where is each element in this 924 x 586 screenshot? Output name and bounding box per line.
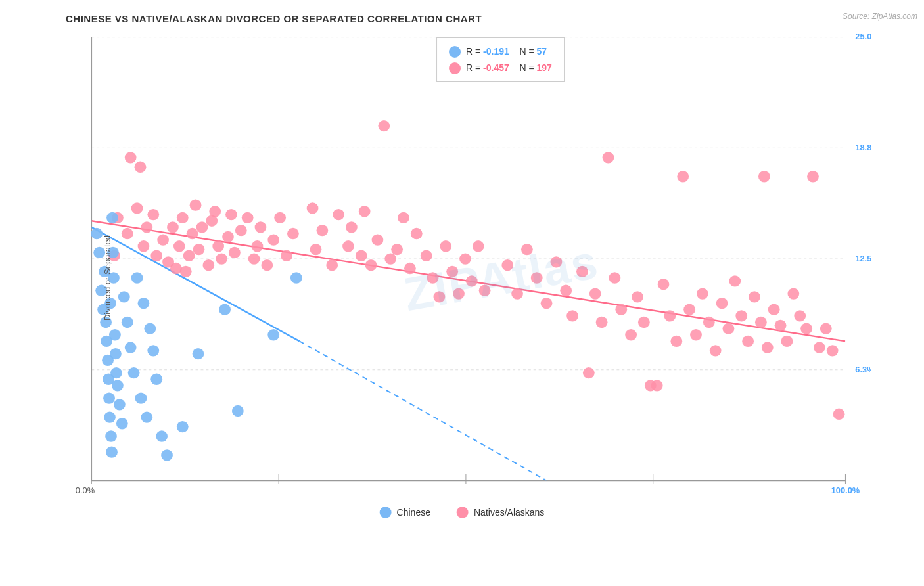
- svg-point-64: [333, 209, 344, 220]
- svg-point-39: [190, 199, 202, 210]
- svg-point-131: [794, 310, 806, 321]
- svg-point-122: [742, 336, 754, 347]
- svg-text:12.5%: 12.5%: [855, 254, 871, 263]
- svg-point-113: [683, 304, 695, 315]
- svg-point-147: [103, 393, 115, 404]
- svg-point-23: [122, 228, 133, 239]
- svg-point-179: [290, 272, 302, 283]
- legend-item-chinese: Chinese: [380, 507, 430, 518]
- svg-point-165: [131, 272, 143, 283]
- svg-point-94: [550, 256, 562, 267]
- svg-point-86: [479, 285, 491, 296]
- svg-point-115: [697, 288, 708, 299]
- svg-point-156: [110, 348, 122, 359]
- svg-point-166: [135, 393, 147, 404]
- svg-point-112: [677, 171, 689, 182]
- y-axis-label: Divorced or Separated: [103, 235, 112, 321]
- svg-point-76: [411, 228, 423, 239]
- legend-box: R = -0.191 N = 57 R = -0.457 N = 197: [436, 37, 565, 82]
- legend-swatch-chinese-bottom: [380, 507, 392, 518]
- scatter-plot: 25.0% 18.8% 12.5% 6.3% 0.0% 100.0%: [53, 31, 871, 525]
- svg-point-54: [255, 221, 267, 233]
- svg-point-70: [372, 234, 384, 245]
- svg-point-159: [114, 399, 126, 410]
- svg-point-73: [391, 244, 403, 255]
- svg-point-98: [583, 367, 595, 378]
- legend-n-value-pink: 197: [536, 62, 551, 73]
- svg-point-129: [781, 336, 793, 347]
- svg-point-49: [229, 247, 241, 258]
- chart-area: Divorced or Separated R = -0.191 N = 57 …: [53, 31, 871, 525]
- svg-point-106: [638, 317, 650, 328]
- svg-point-105: [632, 291, 643, 302]
- svg-point-78: [427, 272, 439, 283]
- legend-row-pink: R = -0.457 N = 197: [449, 60, 552, 76]
- svg-point-74: [398, 212, 409, 223]
- svg-point-85: [473, 240, 484, 252]
- svg-point-177: [232, 405, 244, 417]
- svg-point-180: [110, 481, 122, 492]
- svg-point-28: [147, 209, 159, 220]
- svg-point-87: [125, 152, 137, 163]
- svg-point-65: [342, 240, 354, 252]
- svg-point-168: [141, 411, 152, 422]
- svg-point-29: [150, 250, 162, 261]
- svg-point-41: [196, 221, 208, 233]
- svg-point-157: [110, 367, 122, 378]
- svg-point-119: [723, 323, 735, 334]
- svg-point-80: [440, 240, 451, 252]
- svg-point-35: [177, 212, 189, 223]
- svg-point-101: [603, 152, 614, 163]
- svg-point-132: [800, 323, 812, 334]
- svg-point-88: [135, 162, 147, 173]
- svg-point-120: [729, 275, 741, 286]
- svg-point-75: [404, 263, 416, 274]
- svg-point-152: [106, 212, 118, 223]
- svg-point-160: [116, 418, 128, 429]
- svg-text:18.8%: 18.8%: [855, 143, 871, 152]
- svg-point-161: [118, 291, 130, 302]
- svg-point-51: [242, 212, 254, 223]
- svg-point-58: [281, 250, 292, 261]
- legend-r-value-blue: -0.191: [483, 46, 509, 56]
- svg-point-111: [670, 336, 682, 347]
- svg-point-67: [356, 250, 367, 261]
- legend-row-blue: R = -0.191 N = 57: [449, 43, 552, 60]
- svg-point-61: [310, 244, 322, 255]
- svg-point-42: [202, 259, 214, 271]
- svg-point-133: [807, 171, 819, 182]
- svg-point-72: [384, 253, 396, 264]
- svg-point-40: [193, 244, 205, 255]
- svg-point-163: [125, 342, 137, 353]
- legend-n-label-pink: N =: [519, 62, 536, 73]
- svg-text:6.3%: 6.3%: [855, 365, 871, 374]
- svg-point-34: [173, 240, 185, 252]
- svg-point-89: [501, 259, 513, 271]
- svg-point-110: [664, 310, 676, 321]
- svg-point-69: [365, 259, 377, 271]
- svg-point-99: [589, 288, 601, 299]
- svg-point-172: [156, 430, 168, 441]
- svg-point-55: [261, 259, 273, 271]
- svg-text:0.0%: 0.0%: [76, 486, 95, 495]
- legend-n-label-blue: N =: [519, 46, 536, 56]
- svg-point-62: [316, 225, 328, 236]
- svg-point-158: [112, 380, 124, 391]
- svg-point-173: [161, 449, 173, 461]
- svg-point-27: [138, 240, 150, 252]
- svg-point-175: [193, 348, 204, 359]
- svg-point-130: [787, 288, 799, 299]
- chart-container: CHINESE VS NATIVE/ALASKAN DIVORCED OR SE…: [0, 0, 924, 586]
- legend-swatch-blue: [449, 46, 461, 58]
- svg-point-66: [346, 221, 358, 233]
- legend-swatch-pink: [449, 62, 461, 74]
- svg-point-134: [814, 342, 825, 353]
- svg-point-151: [106, 446, 118, 457]
- svg-point-135: [820, 323, 832, 334]
- svg-point-36: [180, 266, 192, 277]
- svg-point-26: [141, 221, 152, 233]
- svg-point-114: [690, 329, 702, 340]
- legend-n-value-blue: 57: [536, 46, 547, 56]
- svg-point-167: [138, 298, 150, 309]
- svg-point-48: [225, 209, 237, 220]
